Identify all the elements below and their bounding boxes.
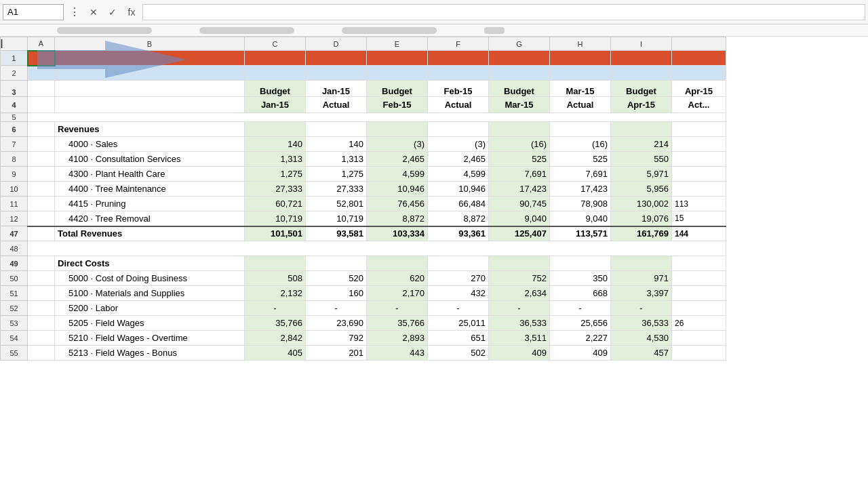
cell-A55[interactable] [28,346,55,361]
cell-B54[interactable]: 5210 · Field Wages - Overtime [55,331,245,346]
cell-E9[interactable]: 4,599 [367,167,428,182]
cell-A6[interactable] [28,122,55,137]
cell-E7[interactable]: (3) [367,137,428,152]
cell-J2[interactable] [672,66,726,81]
cell-J4[interactable]: Act... [672,97,726,113]
cell-B52[interactable]: 5200 · Labor [55,301,245,316]
cell-C8[interactable]: 1,313 [245,152,306,167]
cell-H50[interactable]: 350 [550,271,611,286]
cell-C11[interactable]: 60,721 [245,197,306,211]
cell-A52[interactable] [28,301,55,316]
cell-B9[interactable]: 4300 · Plant Health Care [55,167,245,182]
cell-J1[interactable] [672,51,726,66]
cell-C49[interactable] [245,256,306,271]
col-header-D[interactable]: D [306,37,367,51]
cell-J12[interactable]: 15 [672,211,726,226]
cell-B49[interactable]: Direct Costs [55,256,245,271]
cell-E1[interactable] [367,51,428,66]
cell-E47[interactable]: 103,334 [367,226,428,241]
cell-A7[interactable] [28,137,55,152]
cell-G50[interactable]: 752 [489,271,550,286]
cell-I3[interactable]: Budget [611,81,672,97]
fx-button[interactable]: fx [123,4,140,20]
cell-D7[interactable]: 140 [306,137,367,152]
cell-H2[interactable] [550,66,611,81]
cell-G1[interactable] [489,51,550,66]
cell-C55[interactable]: 405 [245,346,306,361]
cell-D54[interactable]: 792 [306,331,367,346]
cell-C6[interactable] [245,122,306,137]
cell-I53[interactable]: 36,533 [611,316,672,331]
cell-I4[interactable]: Apr-15 [611,97,672,113]
cell-J11[interactable]: 113 [672,197,726,211]
col-header-A[interactable]: A [28,37,55,51]
cell-J9[interactable] [672,167,726,182]
cell-F2[interactable] [428,66,489,81]
cell-G3[interactable]: Budget [489,81,550,97]
scroll-thumb-3[interactable] [342,27,437,34]
cell-D6[interactable] [306,122,367,137]
cell-D50[interactable]: 520 [306,271,367,286]
cell-B51[interactable]: 5100 · Materials and Supplies [55,286,245,301]
cell-I47[interactable]: 161,769 [611,226,672,241]
cell-E3[interactable]: Budget [367,81,428,97]
cell-I51[interactable]: 3,397 [611,286,672,301]
cell-H6[interactable] [550,122,611,137]
cell-D9[interactable]: 1,275 [306,167,367,182]
cell-D11[interactable]: 52,801 [306,197,367,211]
cell-C54[interactable]: 2,842 [245,331,306,346]
cell-D8[interactable]: 1,313 [306,152,367,167]
cell-C50[interactable]: 508 [245,271,306,286]
cell-B55[interactable]: 5213 · Field Wages - Bonus [55,346,245,361]
cell-F7[interactable]: (3) [428,137,489,152]
formula-bar-menu[interactable]: ⋮ [66,5,83,18]
cell-C51[interactable]: 2,132 [245,286,306,301]
cell-H12[interactable]: 9,040 [550,211,611,226]
cell-H8[interactable]: 525 [550,152,611,167]
cell-J47[interactable]: 144 [672,226,726,241]
cell-F3[interactable]: Feb-15 [428,81,489,97]
cell-D49[interactable] [306,256,367,271]
cell-J49[interactable] [672,256,726,271]
cell-G54[interactable]: 3,511 [489,331,550,346]
cell-E11[interactable]: 76,456 [367,197,428,211]
cell-I7[interactable]: 214 [611,137,672,152]
cell-G12[interactable]: 9,040 [489,211,550,226]
cell-A49[interactable] [28,256,55,271]
cell-D47[interactable]: 93,581 [306,226,367,241]
cell-G4[interactable]: Mar-15 [489,97,550,113]
cell-B11[interactable]: 4415 · Pruning [55,197,245,211]
cell-C53[interactable]: 35,766 [245,316,306,331]
cell-G6[interactable] [489,122,550,137]
cell-D12[interactable]: 10,719 [306,211,367,226]
cell-J8[interactable] [672,152,726,167]
cell-F47[interactable]: 93,361 [428,226,489,241]
cell-D1[interactable] [306,51,367,66]
cell-H51[interactable]: 668 [550,286,611,301]
cell-A3[interactable] [28,81,55,97]
cell-E53[interactable]: 35,766 [367,316,428,331]
cell-D51[interactable]: 160 [306,286,367,301]
cell-E49[interactable] [367,256,428,271]
col-header-F[interactable]: F [428,37,489,51]
col-header-G[interactable]: G [489,37,550,51]
cell-I12[interactable]: 19,076 [611,211,672,226]
cell-F50[interactable]: 270 [428,271,489,286]
cell-A47[interactable] [28,226,55,241]
cell-E55[interactable]: 443 [367,346,428,361]
cell-J52[interactable] [672,301,726,316]
cell-G51[interactable]: 2,634 [489,286,550,301]
cell-H47[interactable]: 113,571 [550,226,611,241]
cell-E8[interactable]: 2,465 [367,152,428,167]
cell-I49[interactable] [611,256,672,271]
cell-D55[interactable]: 201 [306,346,367,361]
cell-J54[interactable] [672,331,726,346]
cell-C52[interactable]: - [245,301,306,316]
cell-E6[interactable] [367,122,428,137]
cell-F49[interactable] [428,256,489,271]
cell-F51[interactable]: 432 [428,286,489,301]
cell-E10[interactable]: 10,946 [367,182,428,197]
cell-C4[interactable]: Jan-15 [245,97,306,113]
col-header-B[interactable]: B [55,37,245,51]
cell-G49[interactable] [489,256,550,271]
